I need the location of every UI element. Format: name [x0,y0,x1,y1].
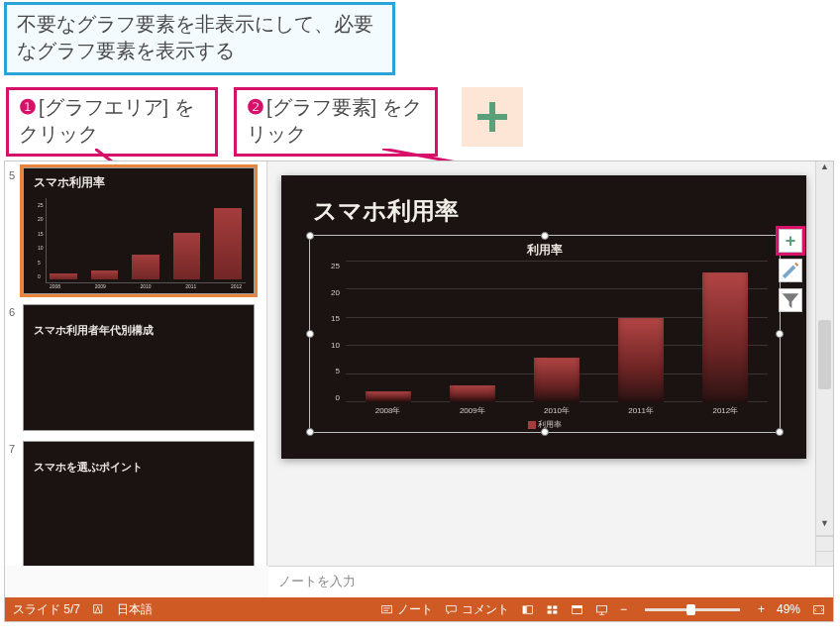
svg-rect-11 [548,610,552,613]
language-indicator[interactable]: 日本語 [117,601,153,618]
chart-bar[interactable] [366,391,411,402]
zoom-level[interactable]: 49% [777,602,800,616]
scrollbar-thumb[interactable] [818,320,831,389]
slide-title[interactable]: スマホ利用率 [313,195,459,227]
slide-thumbnail[interactable]: 7スマホを選ぶポイント [9,441,255,566]
scroll-up-arrow[interactable]: ▲ [816,161,833,177]
vertical-scrollbar[interactable]: ▲ ▼ [815,161,833,566]
resize-handle[interactable] [541,232,549,240]
fit-to-window-button[interactable] [812,603,825,616]
chart-floating-buttons: + [779,229,802,312]
normal-view-icon [521,603,534,616]
thumbnail-number: 5 [9,167,23,294]
callout-2-number: ❷ [247,96,264,118]
y-tick-label: 15 [318,314,340,323]
thumbnail-preview[interactable]: スマホ利用率252015105020082009201020112012 [23,167,255,294]
slide-sorter-icon [546,603,559,616]
svg-rect-12 [553,610,557,613]
chart-bar[interactable] [450,385,495,402]
thumbnail-preview[interactable]: スマホを選ぶポイント [23,441,255,566]
chart-title[interactable]: 利用率 [310,242,780,259]
callout-2-text: [グラフ要素] をクリック [247,96,422,145]
slide-thumbnail-panel[interactable]: 5スマホ利用率2520151050200820092010201120126スマ… [5,161,267,566]
chart-x-axis: 2008年2009年2010年2011年2012年 [346,405,768,416]
comment-icon [445,603,458,616]
spellcheck-button[interactable] [92,603,105,616]
svg-rect-18 [814,605,824,613]
legend-swatch [528,421,536,429]
slide-canvas[interactable]: スマホ利用率 利用率 0510152025 [281,175,806,459]
chart-elements-button[interactable]: + [779,229,802,253]
zoom-slider[interactable] [645,608,740,611]
resize-handle[interactable] [306,330,314,338]
chart-y-axis: 0510152025 [318,262,340,402]
svg-rect-4 [382,605,392,612]
y-tick-label: 20 [318,288,340,297]
thumbnail-number: 6 [9,304,23,431]
svg-rect-10 [553,605,557,608]
powerpoint-window: 5スマホ利用率2520151050200820092010201120126スマ… [4,160,834,622]
y-tick-label: 25 [318,262,340,270]
zoom-in-button[interactable]: + [758,602,765,616]
x-tick-label: 2011年 [628,405,654,416]
slide-thumbnail[interactable]: 5スマホ利用率252015105020082009201020112012 [9,167,255,294]
notes-pane[interactable]: ノートを入力 [268,566,833,597]
chart-plot-area[interactable] [346,262,768,402]
thumbnail-number: 7 [9,441,23,566]
plus-icon: + [786,231,796,252]
chart-bar[interactable] [618,318,664,402]
thumbnail-title: スマホ利用率 [34,174,105,191]
svg-rect-9 [548,605,552,608]
slide-sorter-button[interactable] [546,603,559,616]
slideshow-button[interactable] [595,603,608,616]
chart-styles-button[interactable] [779,259,802,282]
resize-handle[interactable] [306,232,314,240]
callout-1: ❶[グラフエリア] をクリック [6,87,218,157]
thumbnail-title: スマホ利用者年代別構成 [34,323,154,338]
plus-icon [474,99,510,135]
chart-area[interactable]: 利用率 0510152025 2008年2009年2010年2011年2012年… [309,235,781,433]
chart-bar[interactable] [702,272,748,402]
prev-slide-button[interactable] [816,536,833,551]
resize-handle[interactable] [776,330,784,338]
slide-editor-area: スマホ利用率 利用率 0510152025 [267,161,833,566]
x-tick-label: 2010年 [544,405,570,416]
plus-icon-sample [462,87,523,147]
x-tick-label: 2009年 [460,405,485,416]
chart-filters-button[interactable] [779,288,802,312]
slide-counter[interactable]: スライド 5/7 [13,601,80,618]
spellcheck-icon [92,603,105,616]
scroll-down-arrow[interactable]: ▼ [816,518,833,534]
svg-rect-14 [573,605,582,607]
callout-2: ❷[グラフ要素] をクリック [234,87,438,157]
svg-rect-8 [527,605,533,613]
svg-rect-1 [477,114,507,120]
notes-toggle[interactable]: ノート [380,601,433,618]
svg-rect-15 [597,605,607,612]
chart-legend[interactable]: 利用率 [310,419,780,430]
reading-view-button[interactable] [571,603,583,616]
legend-label: 利用率 [538,420,562,429]
notes-toggle-label: ノート [397,601,433,618]
chart-bar[interactable] [534,358,579,402]
x-tick-label: 2012年 [712,405,738,416]
zoom-slider-thumb[interactable] [686,604,695,615]
funnel-icon [780,289,801,311]
zoom-out-button[interactable]: − [620,602,627,616]
chart-bars[interactable] [346,262,768,402]
callout-1-number: ❶ [19,96,37,118]
comments-toggle[interactable]: コメント [445,601,509,618]
y-tick-label: 10 [318,341,340,350]
next-slide-button[interactable] [816,551,833,566]
normal-view-button[interactable] [521,603,534,616]
thumbnail-title: スマホを選ぶポイント [34,460,143,475]
brush-icon [780,260,801,281]
callout-row: ❶[グラフエリア] をクリック ❷[グラフ要素] をクリック [6,87,523,157]
reading-view-icon [571,603,583,616]
slideshow-icon [595,603,608,616]
notes-icon [380,603,393,616]
slide-thumbnail[interactable]: 6スマホ利用者年代別構成 [9,304,255,431]
comments-toggle-label: コメント [462,601,509,618]
y-tick-label: 5 [318,367,340,375]
thumbnail-preview[interactable]: スマホ利用者年代別構成 [23,304,255,431]
